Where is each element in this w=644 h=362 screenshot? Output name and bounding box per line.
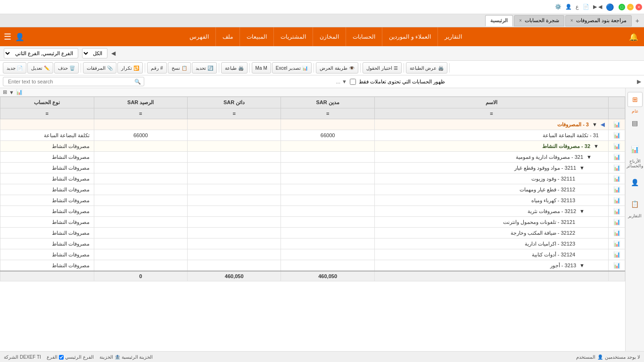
ma-button[interactable]: M Ma bbox=[252, 62, 271, 74]
search-input[interactable] bbox=[6, 77, 134, 86]
accounts-table-container: الاسم مدين SAR دائن SAR الرصيد SAR نوع ا… bbox=[0, 97, 625, 351]
row-icon-cell[interactable]: 📊 bbox=[609, 239, 625, 249]
nav-item-accounts[interactable]: الحسابات bbox=[346, 27, 382, 46]
nav-item-file[interactable]: ملف bbox=[216, 27, 240, 46]
row-icon-cell[interactable]: 📊 bbox=[609, 184, 625, 195]
tab-shajara[interactable]: شجرة الحسابات × bbox=[514, 15, 564, 26]
row-credit bbox=[187, 260, 281, 272]
accounts-table: الاسم مدين SAR دائن SAR الرصيد SAR نوع ا… bbox=[0, 97, 625, 281]
print-view-button[interactable]: 🖨️ عرض الطباعة bbox=[406, 62, 448, 74]
all-filter-select[interactable]: الكل bbox=[82, 48, 107, 58]
close-button[interactable]: × bbox=[636, 4, 642, 10]
delete-button[interactable]: 🗑️ حذف bbox=[54, 62, 79, 74]
general-label[interactable]: عام bbox=[632, 109, 638, 114]
maximize-button[interactable]: □ bbox=[619, 4, 625, 10]
excel-icon: 📊 bbox=[302, 66, 308, 71]
row-type: مصروفات النشاط bbox=[0, 184, 94, 195]
nav-bar: 🔔 التقارير العملاء و الموردين الحسابات ا… bbox=[0, 27, 644, 46]
row-icon-cell[interactable]: 📊 bbox=[609, 163, 625, 173]
hamburger-icon[interactable]: ☰ bbox=[4, 32, 11, 42]
row-icon-cell[interactable]: 📊 bbox=[609, 152, 625, 163]
profit-loss-label[interactable]: الأرباحوالخسائر bbox=[627, 159, 643, 168]
nav-item-customers[interactable]: العملاء و الموردين bbox=[382, 27, 438, 46]
copy-button[interactable]: 📋 نسخ bbox=[168, 62, 191, 74]
nav-arrows[interactable]: ▶ bbox=[637, 78, 641, 85]
main-branch-label: الفرع الرئيسي bbox=[65, 354, 94, 360]
tab-close-icon[interactable]: × bbox=[570, 18, 573, 23]
row-icon-cell[interactable]: 📊 bbox=[609, 217, 625, 228]
row-icon-cell[interactable]: 📊 bbox=[609, 206, 625, 217]
row-icon-cell[interactable]: 📊 bbox=[609, 130, 625, 141]
delete-icon: 🗑️ bbox=[69, 66, 75, 71]
user-panel-button[interactable]: 👤 bbox=[627, 175, 643, 190]
select-fields-button[interactable]: ☰ اختيار الحقول bbox=[363, 62, 402, 74]
print-button[interactable]: 🖨️ طباعة bbox=[221, 62, 248, 74]
table-row: 📊 ▼ 32 - مصروفات النشاط مصروفات النشاط bbox=[0, 141, 625, 152]
filter-arrow-icon[interactable]: ◀ bbox=[111, 50, 116, 57]
row-type: مصروفات النشاط bbox=[0, 228, 94, 239]
notification-bell-icon[interactable]: 🔔 bbox=[627, 31, 640, 43]
edit-button[interactable]: ✏️ تعديل bbox=[27, 62, 53, 74]
minimize-button[interactable]: − bbox=[627, 4, 634, 10]
table-row: 📊 ◀ ▼ 3 - المصروفات bbox=[0, 119, 625, 130]
edit-icon: ✏️ bbox=[44, 66, 50, 71]
row-expand-icon[interactable]: ▼ bbox=[586, 154, 592, 160]
dropdown-icon[interactable]: ▼ ... bbox=[336, 79, 347, 84]
filter-panel-button[interactable]: ▤ bbox=[627, 115, 643, 131]
row-icon-cell[interactable]: 📊 bbox=[609, 173, 625, 184]
row-balance bbox=[94, 249, 187, 260]
row-icon-cell[interactable]: 📊 bbox=[609, 119, 625, 130]
nav-item-purchases[interactable]: المشتريات bbox=[274, 27, 313, 46]
row-credit bbox=[187, 206, 281, 217]
row-expand-icon[interactable]: ▼ bbox=[579, 263, 585, 268]
row-expand-icon[interactable]: ▼ bbox=[594, 143, 599, 149]
row-expand-icon[interactable]: ▼ bbox=[592, 122, 597, 127]
view-mode-button[interactable]: 👁️ طريقة العرض bbox=[316, 62, 358, 74]
new-tab-button[interactable]: + bbox=[633, 17, 642, 25]
branch-filter-select[interactable]: الفرع الرئيسي, الفرع الثاني bbox=[4, 48, 78, 58]
row-debit bbox=[281, 163, 374, 173]
tab-close-shajara-icon[interactable]: × bbox=[519, 18, 522, 23]
grid-small-icon[interactable]: ⊞ bbox=[3, 89, 7, 95]
row-icon-cell[interactable]: 📊 bbox=[609, 228, 625, 239]
user-status-icon: 👤 bbox=[597, 354, 603, 360]
nav-item-index[interactable]: الفهرس bbox=[183, 27, 216, 46]
repeat-button[interactable]: 🔁 تكرار bbox=[117, 62, 143, 74]
update-icon: 🔄 bbox=[207, 66, 213, 71]
row-debit bbox=[281, 239, 374, 249]
row-icon-cell[interactable]: 📊 bbox=[609, 249, 625, 260]
row-nav-icon[interactable]: ◀ bbox=[601, 122, 604, 127]
row-expand-icon[interactable]: ▼ bbox=[579, 208, 585, 214]
number-button[interactable]: # رقم bbox=[147, 62, 167, 74]
tab-main[interactable]: الرئيسية bbox=[485, 15, 513, 26]
excel-export-button[interactable]: 📊 تصدير Excel bbox=[272, 62, 312, 74]
row-credit bbox=[187, 119, 281, 130]
row-balance: 66000 bbox=[94, 130, 187, 141]
row-balance bbox=[94, 239, 187, 249]
reports2-panel-button[interactable]: 📋 bbox=[627, 197, 643, 212]
grid-view-panel-button[interactable]: ⊞ bbox=[627, 92, 643, 107]
user-nav-icon[interactable]: 👤 bbox=[15, 33, 25, 41]
new-button[interactable]: 📄 جديد bbox=[3, 62, 26, 74]
nav-item-warehouses[interactable]: المخازن bbox=[313, 27, 346, 46]
row-name: 32124 - أدوات كتابية bbox=[532, 252, 575, 257]
show-accounts-checkbox[interactable] bbox=[350, 79, 356, 85]
reports-label[interactable]: التقارير bbox=[628, 214, 642, 218]
nav-item-sales[interactable]: المبيعات bbox=[240, 27, 274, 46]
branch-checkbox[interactable] bbox=[59, 355, 64, 360]
attachments-button[interactable]: 📎 المرفقات bbox=[83, 62, 116, 74]
reports-panel-button[interactable]: 📊 bbox=[627, 142, 643, 157]
row-name-cell: 32112 - قطع غيار ومهمات bbox=[374, 184, 608, 195]
row-icon-cell[interactable]: 📊 bbox=[609, 195, 625, 206]
search-bar: ▶ ظهور الحسابات التي تحتوى تعاملات فقط ▼… bbox=[0, 75, 644, 88]
nav-item-reports[interactable]: التقارير bbox=[438, 27, 469, 46]
row-expand-icon[interactable]: ▼ bbox=[579, 165, 585, 171]
filter-small-icon[interactable]: ▼ bbox=[9, 90, 14, 95]
toolbar-separator-7 bbox=[145, 63, 145, 73]
tab-almosrofat[interactable]: مراجعة بنود المصروفات × bbox=[565, 15, 632, 26]
update-button[interactable]: 🔄 تحديد bbox=[192, 62, 217, 74]
row-icon-cell[interactable]: 📊 bbox=[609, 141, 625, 152]
excel-small-icon[interactable]: 📊 bbox=[16, 89, 23, 95]
row-icon-cell[interactable]: 📊 bbox=[609, 260, 625, 272]
arrow-right-icon[interactable]: ▶ bbox=[637, 78, 641, 85]
